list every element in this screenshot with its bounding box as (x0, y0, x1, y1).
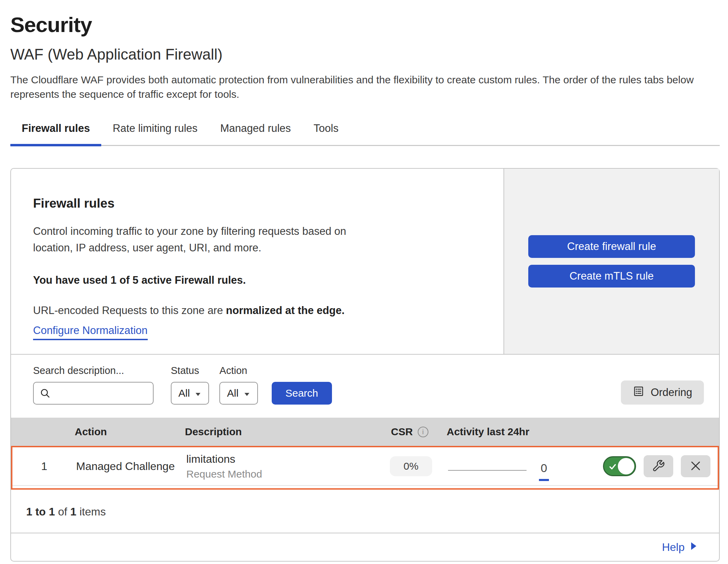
firewall-rules-overview: Firewall rules Control incoming traffic … (11, 169, 719, 355)
card-description: Control incoming traffic to your zone by… (33, 223, 371, 256)
rule-enabled-toggle[interactable] (603, 456, 636, 476)
rule-action: Managed Challenge (76, 460, 186, 473)
status-label: Status (171, 365, 209, 376)
table-row: 1 Managed Challenge limitations Request … (12, 447, 718, 486)
firewall-rule-row: 1 Managed Challenge limitations Request … (11, 446, 719, 490)
search-icon (39, 387, 51, 400)
usage-counter: You have used 1 of 5 active Firewall rul… (33, 274, 483, 286)
page-title: Security (10, 12, 720, 37)
action-dropdown[interactable]: All (219, 382, 258, 405)
wrench-icon (652, 459, 665, 473)
configure-normalization-link[interactable]: Configure Normalization (33, 324, 148, 340)
tab-managed-rules[interactable]: Managed rules (209, 120, 302, 145)
chevron-down-icon (243, 387, 250, 399)
status-dropdown[interactable]: All (171, 382, 209, 405)
search-input[interactable] (33, 382, 154, 405)
table-header: Action Description CSR i Activity last 2… (11, 418, 719, 446)
actions-panel: Create firewall rule Create mTLS rule (503, 169, 719, 354)
search-button[interactable]: Search (272, 382, 332, 405)
security-waf-page: Security WAF (Web Application Firewall) … (0, 0, 728, 562)
create-mtls-rule-button[interactable]: Create mTLS rule (528, 265, 695, 288)
chevron-down-icon (195, 387, 201, 399)
arrow-right-icon (690, 541, 697, 554)
delete-rule-button[interactable] (681, 455, 710, 477)
filter-bar: Search description... Status All (11, 355, 719, 418)
rule-description: limitations (186, 453, 374, 466)
close-icon (689, 459, 702, 473)
column-header-action: Action (75, 426, 185, 438)
page-description: The Cloudflare WAF provides both automat… (10, 73, 717, 102)
rule-expression: Request Method (186, 468, 374, 480)
tab-rate-limiting-rules[interactable]: Rate limiting rules (101, 120, 209, 145)
help-link[interactable]: Help (662, 541, 697, 554)
csr-badge: 0% (390, 456, 432, 476)
activity-count-link[interactable]: 0 (539, 461, 549, 481)
list-ordering-icon (633, 385, 644, 400)
rules-tab-bar: Firewall rules Rate limiting rules Manag… (10, 120, 720, 146)
column-header-csr: CSR (391, 426, 413, 438)
firewall-rules-card: Firewall rules Control incoming traffic … (10, 168, 720, 562)
card-footer: Help (11, 533, 719, 561)
column-header-activity: Activity last 24hr (447, 426, 602, 438)
check-icon (608, 462, 617, 472)
create-firewall-rule-button[interactable]: Create firewall rule (528, 235, 695, 258)
page-subtitle: WAF (Web Application Firewall) (10, 46, 720, 63)
ordering-button[interactable]: Ordering (621, 380, 704, 405)
tab-firewall-rules[interactable]: Firewall rules (10, 120, 101, 145)
edit-rule-button[interactable] (644, 455, 673, 477)
rule-priority: 1 (12, 460, 76, 473)
card-heading: Firewall rules (33, 196, 483, 211)
toggle-knob (618, 458, 634, 474)
tab-tools[interactable]: Tools (302, 120, 350, 145)
column-header-description: Description (185, 426, 373, 438)
action-label: Action (219, 365, 258, 376)
activity-sparkline (448, 470, 527, 471)
normalization-note: URL-encoded Requests to this zone are no… (33, 304, 483, 317)
pagination-summary: 1 to 1 of 1 items (11, 490, 719, 533)
search-label: Search description... (33, 365, 154, 376)
info-icon[interactable]: i (418, 427, 428, 437)
